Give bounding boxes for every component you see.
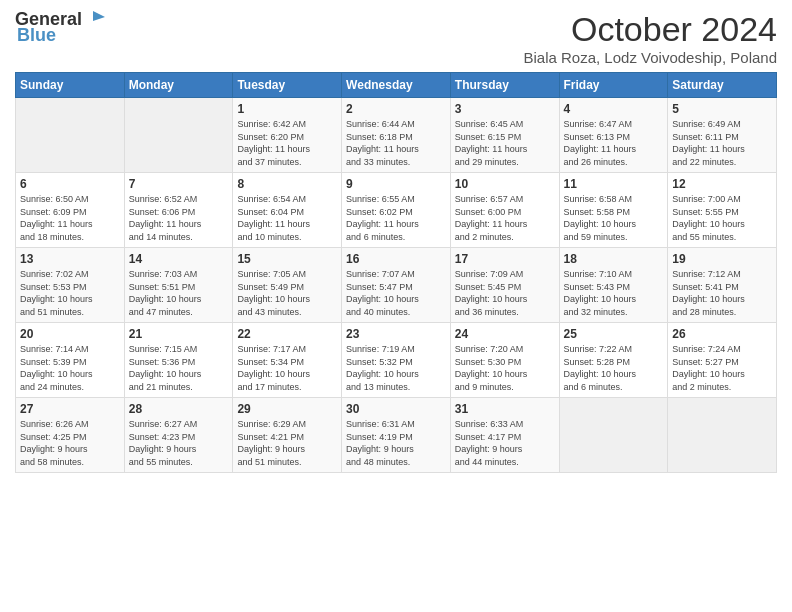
day-number: 22: [237, 327, 337, 341]
calendar-cell: 19Sunrise: 7:12 AM Sunset: 5:41 PM Dayli…: [668, 248, 777, 323]
day-number: 8: [237, 177, 337, 191]
cell-sun-info: Sunrise: 6:49 AM Sunset: 6:11 PM Dayligh…: [672, 118, 772, 168]
day-number: 14: [129, 252, 229, 266]
cell-sun-info: Sunrise: 7:24 AM Sunset: 5:27 PM Dayligh…: [672, 343, 772, 393]
day-number: 24: [455, 327, 555, 341]
cell-sun-info: Sunrise: 7:03 AM Sunset: 5:51 PM Dayligh…: [129, 268, 229, 318]
calendar-cell: 23Sunrise: 7:19 AM Sunset: 5:32 PM Dayli…: [342, 323, 451, 398]
day-number: 1: [237, 102, 337, 116]
cell-sun-info: Sunrise: 7:10 AM Sunset: 5:43 PM Dayligh…: [564, 268, 664, 318]
calendar-cell: [559, 398, 668, 473]
calendar-cell: 3Sunrise: 6:45 AM Sunset: 6:15 PM Daylig…: [450, 98, 559, 173]
header-day-saturday: Saturday: [668, 73, 777, 98]
calendar-cell: 13Sunrise: 7:02 AM Sunset: 5:53 PM Dayli…: [16, 248, 125, 323]
title-block: October 2024 Biala Roza, Lodz Voivodeshi…: [523, 10, 777, 66]
day-number: 23: [346, 327, 446, 341]
calendar-cell: [668, 398, 777, 473]
logo-bird-icon: [83, 7, 105, 29]
calendar-page: General Blue October 2024 Biala Roza, Lo…: [0, 0, 792, 612]
header-day-thursday: Thursday: [450, 73, 559, 98]
cell-sun-info: Sunrise: 6:54 AM Sunset: 6:04 PM Dayligh…: [237, 193, 337, 243]
cell-sun-info: Sunrise: 6:58 AM Sunset: 5:58 PM Dayligh…: [564, 193, 664, 243]
cell-sun-info: Sunrise: 7:19 AM Sunset: 5:32 PM Dayligh…: [346, 343, 446, 393]
cell-sun-info: Sunrise: 6:55 AM Sunset: 6:02 PM Dayligh…: [346, 193, 446, 243]
cell-sun-info: Sunrise: 7:20 AM Sunset: 5:30 PM Dayligh…: [455, 343, 555, 393]
calendar-cell: 14Sunrise: 7:03 AM Sunset: 5:51 PM Dayli…: [124, 248, 233, 323]
day-number: 29: [237, 402, 337, 416]
cell-sun-info: Sunrise: 6:45 AM Sunset: 6:15 PM Dayligh…: [455, 118, 555, 168]
calendar-cell: 15Sunrise: 7:05 AM Sunset: 5:49 PM Dayli…: [233, 248, 342, 323]
calendar-cell: 8Sunrise: 6:54 AM Sunset: 6:04 PM Daylig…: [233, 173, 342, 248]
calendar-cell: 16Sunrise: 7:07 AM Sunset: 5:47 PM Dayli…: [342, 248, 451, 323]
calendar-cell: 6Sunrise: 6:50 AM Sunset: 6:09 PM Daylig…: [16, 173, 125, 248]
day-number: 28: [129, 402, 229, 416]
week-row-2: 6Sunrise: 6:50 AM Sunset: 6:09 PM Daylig…: [16, 173, 777, 248]
week-row-3: 13Sunrise: 7:02 AM Sunset: 5:53 PM Dayli…: [16, 248, 777, 323]
day-number: 20: [20, 327, 120, 341]
calendar-cell: 20Sunrise: 7:14 AM Sunset: 5:39 PM Dayli…: [16, 323, 125, 398]
cell-sun-info: Sunrise: 6:50 AM Sunset: 6:09 PM Dayligh…: [20, 193, 120, 243]
calendar-table: SundayMondayTuesdayWednesdayThursdayFrid…: [15, 72, 777, 473]
day-number: 27: [20, 402, 120, 416]
calendar-cell: [16, 98, 125, 173]
day-number: 3: [455, 102, 555, 116]
cell-sun-info: Sunrise: 7:22 AM Sunset: 5:28 PM Dayligh…: [564, 343, 664, 393]
day-number: 15: [237, 252, 337, 266]
day-number: 5: [672, 102, 772, 116]
cell-sun-info: Sunrise: 7:17 AM Sunset: 5:34 PM Dayligh…: [237, 343, 337, 393]
cell-sun-info: Sunrise: 6:29 AM Sunset: 4:21 PM Dayligh…: [237, 418, 337, 468]
day-number: 21: [129, 327, 229, 341]
cell-sun-info: Sunrise: 6:31 AM Sunset: 4:19 PM Dayligh…: [346, 418, 446, 468]
calendar-cell: 10Sunrise: 6:57 AM Sunset: 6:00 PM Dayli…: [450, 173, 559, 248]
svg-marker-0: [93, 11, 105, 21]
calendar-cell: 11Sunrise: 6:58 AM Sunset: 5:58 PM Dayli…: [559, 173, 668, 248]
header-day-friday: Friday: [559, 73, 668, 98]
cell-sun-info: Sunrise: 6:26 AM Sunset: 4:25 PM Dayligh…: [20, 418, 120, 468]
day-number: 4: [564, 102, 664, 116]
day-number: 10: [455, 177, 555, 191]
day-number: 18: [564, 252, 664, 266]
day-number: 6: [20, 177, 120, 191]
cell-sun-info: Sunrise: 7:07 AM Sunset: 5:47 PM Dayligh…: [346, 268, 446, 318]
cell-sun-info: Sunrise: 6:33 AM Sunset: 4:17 PM Dayligh…: [455, 418, 555, 468]
cell-sun-info: Sunrise: 7:00 AM Sunset: 5:55 PM Dayligh…: [672, 193, 772, 243]
cell-sun-info: Sunrise: 7:02 AM Sunset: 5:53 PM Dayligh…: [20, 268, 120, 318]
day-number: 31: [455, 402, 555, 416]
calendar-cell: 1Sunrise: 6:42 AM Sunset: 6:20 PM Daylig…: [233, 98, 342, 173]
cell-sun-info: Sunrise: 6:44 AM Sunset: 6:18 PM Dayligh…: [346, 118, 446, 168]
calendar-cell: 7Sunrise: 6:52 AM Sunset: 6:06 PM Daylig…: [124, 173, 233, 248]
calendar-cell: 26Sunrise: 7:24 AM Sunset: 5:27 PM Dayli…: [668, 323, 777, 398]
calendar-cell: 30Sunrise: 6:31 AM Sunset: 4:19 PM Dayli…: [342, 398, 451, 473]
cell-sun-info: Sunrise: 6:52 AM Sunset: 6:06 PM Dayligh…: [129, 193, 229, 243]
calendar-cell: 28Sunrise: 6:27 AM Sunset: 4:23 PM Dayli…: [124, 398, 233, 473]
week-row-1: 1Sunrise: 6:42 AM Sunset: 6:20 PM Daylig…: [16, 98, 777, 173]
day-number: 30: [346, 402, 446, 416]
day-number: 12: [672, 177, 772, 191]
days-header-row: SundayMondayTuesdayWednesdayThursdayFrid…: [16, 73, 777, 98]
day-number: 9: [346, 177, 446, 191]
week-row-4: 20Sunrise: 7:14 AM Sunset: 5:39 PM Dayli…: [16, 323, 777, 398]
day-number: 19: [672, 252, 772, 266]
calendar-cell: 22Sunrise: 7:17 AM Sunset: 5:34 PM Dayli…: [233, 323, 342, 398]
cell-sun-info: Sunrise: 7:05 AM Sunset: 5:49 PM Dayligh…: [237, 268, 337, 318]
day-number: 2: [346, 102, 446, 116]
day-number: 7: [129, 177, 229, 191]
cell-sun-info: Sunrise: 7:15 AM Sunset: 5:36 PM Dayligh…: [129, 343, 229, 393]
calendar-cell: 29Sunrise: 6:29 AM Sunset: 4:21 PM Dayli…: [233, 398, 342, 473]
calendar-cell: 4Sunrise: 6:47 AM Sunset: 6:13 PM Daylig…: [559, 98, 668, 173]
day-number: 17: [455, 252, 555, 266]
day-number: 16: [346, 252, 446, 266]
header-day-monday: Monday: [124, 73, 233, 98]
calendar-cell: 17Sunrise: 7:09 AM Sunset: 5:45 PM Dayli…: [450, 248, 559, 323]
day-number: 26: [672, 327, 772, 341]
header-day-wednesday: Wednesday: [342, 73, 451, 98]
day-number: 25: [564, 327, 664, 341]
month-title: October 2024: [523, 10, 777, 49]
calendar-cell: 5Sunrise: 6:49 AM Sunset: 6:11 PM Daylig…: [668, 98, 777, 173]
cell-sun-info: Sunrise: 6:57 AM Sunset: 6:00 PM Dayligh…: [455, 193, 555, 243]
header: General Blue October 2024 Biala Roza, Lo…: [15, 10, 777, 66]
cell-sun-info: Sunrise: 7:14 AM Sunset: 5:39 PM Dayligh…: [20, 343, 120, 393]
day-number: 11: [564, 177, 664, 191]
logo-text-blue: Blue: [15, 26, 56, 46]
calendar-cell: 27Sunrise: 6:26 AM Sunset: 4:25 PM Dayli…: [16, 398, 125, 473]
